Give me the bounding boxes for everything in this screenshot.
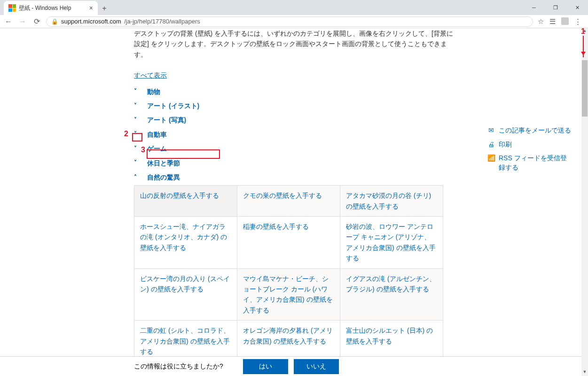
tab-title: 壁紙 - Windows Help — [19, 4, 71, 12]
table-cell: マウイ島マケナ・ビーチ、ショートブレーク カール (ハワイ、アメリカ合衆国) の… — [237, 268, 340, 321]
category-label: 自動車 — [147, 129, 167, 140]
wallpaper-link[interactable]: オレゴン海岸の夕暮れ (アメリカ合衆国) の壁紙を入手する — [243, 327, 333, 345]
table-cell: 砂岩の波、ロウワー アンテロープ キャニオン (アリゾナ、アメリカ合衆国) の壁… — [340, 217, 443, 269]
reload-button[interactable]: ⟳ — [32, 17, 41, 26]
email-article-link[interactable]: ✉この記事をメールで送る — [487, 126, 572, 135]
back-button[interactable]: ← — [4, 17, 13, 26]
annotation-3-label: 3 — [141, 146, 145, 154]
vertical-scrollbar[interactable]: ▲ ▼ — [581, 28, 588, 376]
wallpaper-link[interactable]: マウイ島マケナ・ビーチ、ショートブレーク カール (ハワイ、アメリカ合衆国) の… — [243, 275, 333, 314]
mail-icon: ✉ — [487, 126, 495, 135]
table-cell: イグアスの滝 (アルゼンチン、ブラジル) の壁紙を入手する — [340, 268, 443, 321]
chevron-down-icon: ˅ — [134, 102, 141, 110]
chevron-down-icon: ˅ — [134, 87, 141, 96]
annotation-1-arrow — [583, 36, 584, 57]
address-bar[interactable]: 🔒 support.microsoft.com/ja-jp/help/17780… — [46, 16, 533, 27]
window-minimize[interactable]: ─ — [523, 0, 545, 15]
new-tab-button[interactable]: + — [98, 2, 111, 15]
table-cell: 富士山のシルエット (日本) の壁紙を入手する — [340, 321, 443, 356]
table-cell: 二重の虹 (シルト、コロラド、アメリカ合衆国) の壁紙を入手する — [134, 321, 237, 356]
wallpaper-link[interactable]: 富士山のシルエット (日本) の壁紙を入手する — [346, 327, 433, 345]
forward-button[interactable]: → — [18, 17, 27, 26]
wallpaper-table: 山の反射の壁紙を入手するクモの巣の壁紙を入手するアタカマ砂漠の月の谷 (チリ) … — [134, 185, 443, 356]
feedback-no-button[interactable]: いいえ — [294, 359, 339, 374]
table-cell: オレゴン海岸の夕暮れ (アメリカ合衆国) の壁紙を入手する — [237, 321, 340, 356]
table-cell: ビスケー湾の月の入り (スペイン) の壁紙を入手する — [134, 268, 237, 321]
category-label: 動物 — [147, 86, 160, 97]
account-icon[interactable] — [561, 17, 569, 25]
star-icon[interactable]: ☆ — [538, 17, 544, 26]
category-item[interactable]: ˅動物 — [134, 85, 581, 99]
table-cell: 山の反射の壁紙を入手する — [134, 186, 237, 217]
scroll-down-icon[interactable]: ▼ — [581, 369, 588, 376]
table-row: ビスケー湾の月の入り (スペイン) の壁紙を入手するマウイ島マケナ・ビーチ、ショ… — [134, 268, 443, 321]
print-article-link[interactable]: 🖨印刷 — [487, 140, 572, 149]
chevron-down-icon: ˅ — [134, 116, 141, 125]
scroll-thumb[interactable] — [582, 60, 588, 117]
table-cell: 稲妻の壁紙を入手する — [237, 217, 340, 269]
category-label: アート (写真) — [147, 115, 186, 125]
email-article-label: この記事をメールで送る — [499, 126, 571, 135]
window-close[interactable]: ✕ — [566, 0, 588, 15]
chevron-down-icon: ˅ — [134, 130, 141, 139]
rss-icon: 📶 — [487, 154, 495, 163]
tab-close-icon[interactable]: × — [89, 4, 93, 12]
feedback-yes-button[interactable]: はい — [243, 359, 288, 374]
table-cell: ホースシュー滝、ナイアガラの滝 (オンタリオ、カナダ) の壁紙を入手する — [134, 217, 237, 269]
wallpaper-link[interactable]: 稲妻の壁紙を入手する — [243, 223, 309, 230]
wallpaper-link[interactable]: 山の反射の壁紙を入手する — [140, 192, 219, 199]
table-row: 山の反射の壁紙を入手するクモの巣の壁紙を入手するアタカマ砂漠の月の谷 (チリ) … — [134, 186, 443, 217]
print-icon: 🖨 — [487, 140, 495, 149]
annotation-1-label: 1 — [581, 27, 585, 36]
category-label: アート (イラスト) — [147, 101, 199, 111]
category-label: 自然の驚異 — [147, 172, 180, 182]
url-path: /ja-jp/help/17780/wallpapers — [124, 18, 200, 25]
wallpaper-link[interactable]: イグアスの滝 (アルゼンチン、ブラジル) の壁紙を入手する — [346, 275, 436, 293]
feedback-bar: この情報は役に立ちましたか? はい いいえ — [0, 356, 588, 376]
rss-subscribe-label: RSS フィードを受信登録する — [499, 154, 572, 172]
show-all-link[interactable]: すべて表示 — [134, 70, 167, 80]
category-item[interactable]: ˅アート (イラスト) — [134, 99, 581, 113]
window-titlebar: 壁紙 - Windows Help × + ─ ❐ ✕ — [0, 0, 588, 15]
category-item[interactable]: ˅アート (写真) — [134, 113, 581, 127]
url-host: support.microsoft.com — [61, 18, 121, 25]
wallpaper-link[interactable]: ビスケー湾の月の入り (スペイン) の壁紙を入手する — [140, 275, 230, 293]
browser-tab[interactable]: 壁紙 - Windows Help × — [4, 1, 98, 15]
lock-icon: 🔒 — [51, 18, 58, 25]
wallpaper-link[interactable]: 二重の虹 (シルト、コロラド、アメリカ合衆国) の壁紙を入手する — [140, 327, 230, 355]
window-maximize[interactable]: ❐ — [545, 0, 566, 15]
chevron-down-icon: ˅ — [134, 158, 141, 167]
menu-icon[interactable]: ⋮ — [574, 17, 581, 26]
print-article-label: 印刷 — [499, 140, 512, 149]
rss-subscribe-link[interactable]: 📶RSS フィードを受信登録する — [487, 154, 572, 172]
intro-text: デスクトップの背景 (壁紙) を入手するには、いずれかのカテゴリを展開し、画像を… — [134, 28, 454, 60]
chevron-up-icon: ˄ — [134, 173, 141, 182]
category-label: 休日と季節 — [147, 158, 180, 168]
microsoft-favicon — [8, 4, 16, 12]
reading-list-icon[interactable]: ☰ — [549, 17, 556, 26]
category-label: ゲーム — [147, 143, 167, 154]
wallpaper-link[interactable]: 砂岩の波、ロウワー アンテロープ キャニオン (アリゾナ、アメリカ合衆国) の壁… — [346, 223, 436, 262]
wallpaper-link[interactable]: ホースシュー滝、ナイアガラの滝 (オンタリオ、カナダ) の壁紙を入手する — [140, 223, 227, 251]
side-actions: ✉この記事をメールで送る 🖨印刷 📶RSS フィードを受信登録する — [487, 126, 572, 177]
wallpaper-link[interactable]: アタカマ砂漠の月の谷 (チリ) の壁紙を入手する — [346, 192, 431, 210]
browser-toolbar: ← → ⟳ 🔒 support.microsoft.com/ja-jp/help… — [0, 15, 588, 28]
table-row: 二重の虹 (シルト、コロラド、アメリカ合衆国) の壁紙を入手するオレゴン海岸の夕… — [134, 321, 443, 356]
table-cell: クモの巣の壁紙を入手する — [237, 186, 340, 217]
chevron-down-icon: ˅ — [134, 144, 141, 153]
wallpaper-link[interactable]: クモの巣の壁紙を入手する — [243, 192, 322, 199]
annotation-2-label: 2 — [124, 130, 128, 138]
table-row: ホースシュー滝、ナイアガラの滝 (オンタリオ、カナダ) の壁紙を入手する稲妻の壁… — [134, 217, 443, 269]
feedback-question: この情報は役に立ちましたか? — [134, 362, 223, 371]
table-cell: アタカマ砂漠の月の谷 (チリ) の壁紙を入手する — [340, 186, 443, 217]
